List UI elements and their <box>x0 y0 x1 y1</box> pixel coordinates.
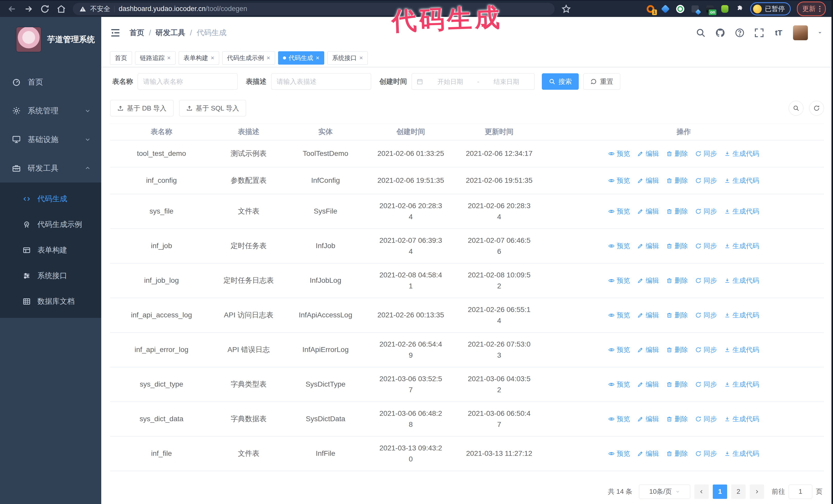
url-bar[interactable]: 不安全 dashboard.yudao.iocoder.cn/tool/code… <box>73 3 555 15</box>
page-tab-表单构建[interactable]: 表单构建 × <box>178 51 219 65</box>
back-icon[interactable] <box>7 4 17 14</box>
生成代码-link[interactable]: 生成代码 <box>724 276 759 285</box>
sidebar-subitem-表单构建[interactable]: 表单构建 <box>0 237 101 263</box>
编辑-link[interactable]: 编辑 <box>637 380 659 389</box>
预览-link[interactable]: 预览 <box>608 414 630 424</box>
toggle-search-button[interactable] <box>789 101 804 116</box>
prev-page-button[interactable] <box>694 484 709 499</box>
删除-link[interactable]: 删除 <box>666 276 688 285</box>
同步-link[interactable]: 同步 <box>695 345 717 354</box>
breadcrumb-item[interactable]: 研发工具 <box>156 28 185 38</box>
同步-link[interactable]: 同步 <box>695 149 717 158</box>
more-menu-icon[interactable] <box>819 6 820 12</box>
extension-robot-icon[interactable] <box>720 5 729 13</box>
删除-link[interactable]: 删除 <box>666 176 688 185</box>
编辑-link[interactable]: 编辑 <box>637 449 659 458</box>
extension-on-icon[interactable]: on <box>706 5 714 13</box>
bookmark-star-icon[interactable] <box>561 4 571 14</box>
编辑-link[interactable]: 编辑 <box>637 311 659 320</box>
预览-link[interactable]: 预览 <box>608 380 630 389</box>
extension-check-icon[interactable] <box>676 5 685 13</box>
chevron-down-icon[interactable] <box>817 30 823 35</box>
page-button-2[interactable]: 2 <box>731 484 745 499</box>
编辑-link[interactable]: 编辑 <box>637 149 659 158</box>
sidebar-item-基础设施[interactable]: 基础设施 <box>0 125 101 154</box>
sidebar-subitem-代码生成示例[interactable]: 代码生成示例 <box>0 212 101 237</box>
avatar[interactable] <box>793 25 808 40</box>
编辑-link[interactable]: 编辑 <box>637 176 659 185</box>
collapse-sidebar-icon[interactable] <box>110 27 121 38</box>
预览-link[interactable]: 预览 <box>608 311 630 320</box>
date-range-picker[interactable]: 开始日期 - 结束日期 <box>412 73 535 90</box>
next-page-button[interactable] <box>750 484 764 499</box>
删除-link[interactable]: 删除 <box>666 207 688 216</box>
预览-link[interactable]: 预览 <box>608 276 630 285</box>
extension-grid-icon[interactable] <box>691 5 699 13</box>
extension-gem-icon[interactable] <box>661 5 670 13</box>
sidebar-subitem-代码生成[interactable]: 代码生成 <box>0 186 101 212</box>
编辑-link[interactable]: 编辑 <box>637 207 659 216</box>
编辑-link[interactable]: 编辑 <box>637 276 659 285</box>
breadcrumb-item[interactable]: 首页 <box>129 28 144 38</box>
help-icon[interactable] <box>735 28 745 38</box>
删除-link[interactable]: 删除 <box>666 149 688 158</box>
同步-link[interactable]: 同步 <box>695 207 717 216</box>
生成代码-link[interactable]: 生成代码 <box>724 311 759 320</box>
同步-link[interactable]: 同步 <box>695 414 717 424</box>
预览-link[interactable]: 预览 <box>608 345 630 354</box>
生成代码-link[interactable]: 生成代码 <box>724 345 759 354</box>
extensions-puzzle-icon[interactable] <box>735 5 744 13</box>
page-tab-链路追踪[interactable]: 链路追踪 × <box>135 51 175 65</box>
sidebar-subitem-系统接口[interactable]: 系统接口 <box>0 263 101 289</box>
编辑-link[interactable]: 编辑 <box>637 345 659 354</box>
生成代码-link[interactable]: 生成代码 <box>724 241 759 250</box>
table-desc-input[interactable] <box>271 73 371 90</box>
page-tab-代码生成[interactable]: 代码生成 × <box>278 51 324 65</box>
sidebar-item-首页[interactable]: 首页 <box>0 68 101 96</box>
同步-link[interactable]: 同步 <box>695 311 717 320</box>
table-name-input[interactable] <box>138 73 238 90</box>
goto-page-input[interactable] <box>789 484 812 499</box>
删除-link[interactable]: 删除 <box>666 449 688 458</box>
update-button[interactable]: 更新 <box>797 2 826 16</box>
reset-button[interactable]: 重置 <box>584 73 620 90</box>
close-tab-icon[interactable]: × <box>266 55 270 61</box>
fullscreen-icon[interactable] <box>754 28 764 38</box>
page-tab-首页[interactable]: 首页 <box>110 51 132 65</box>
预览-link[interactable]: 预览 <box>608 149 630 158</box>
生成代码-link[interactable]: 生成代码 <box>724 449 759 458</box>
refresh-button[interactable] <box>809 101 824 116</box>
logo-row[interactable]: 芋道管理系统 <box>0 17 101 60</box>
预览-link[interactable]: 预览 <box>608 176 630 185</box>
同步-link[interactable]: 同步 <box>695 380 717 389</box>
编辑-link[interactable]: 编辑 <box>637 241 659 250</box>
reload-icon[interactable] <box>40 4 50 14</box>
删除-link[interactable]: 删除 <box>666 241 688 250</box>
生成代码-link[interactable]: 生成代码 <box>724 176 759 185</box>
font-size-icon[interactable]: tT <box>774 28 784 38</box>
sidebar-item-系统管理[interactable]: 系统管理 <box>0 96 101 125</box>
生成代码-link[interactable]: 生成代码 <box>724 207 759 216</box>
home-icon[interactable] <box>56 4 66 14</box>
同步-link[interactable]: 同步 <box>695 276 717 285</box>
import-db-button[interactable]: 基于 DB 导入 <box>110 100 173 116</box>
forward-icon[interactable] <box>24 4 33 14</box>
page-tab-系统接口[interactable]: 系统接口 × <box>327 51 368 65</box>
生成代码-link[interactable]: 生成代码 <box>724 149 759 158</box>
import-sql-button[interactable]: 基于 SQL 导入 <box>179 100 246 116</box>
删除-link[interactable]: 删除 <box>666 414 688 424</box>
page-button-1[interactable]: 1 <box>713 484 727 499</box>
page-size-select[interactable]: 10条/页 <box>639 484 690 499</box>
同步-link[interactable]: 同步 <box>695 176 717 185</box>
extension-orange-icon[interactable]: 1 <box>646 5 655 13</box>
search-button[interactable]: 搜索 <box>542 73 579 90</box>
生成代码-link[interactable]: 生成代码 <box>724 414 759 424</box>
同步-link[interactable]: 同步 <box>695 449 717 458</box>
sidebar-subitem-数据库文档[interactable]: 数据库文档 <box>0 289 101 314</box>
github-icon[interactable] <box>715 28 725 38</box>
预览-link[interactable]: 预览 <box>608 449 630 458</box>
page-tab-代码生成示例[interactable]: 代码生成示例 × <box>222 51 275 65</box>
预览-link[interactable]: 预览 <box>608 241 630 250</box>
close-tab-icon[interactable]: × <box>211 55 214 61</box>
编辑-link[interactable]: 编辑 <box>637 414 659 424</box>
